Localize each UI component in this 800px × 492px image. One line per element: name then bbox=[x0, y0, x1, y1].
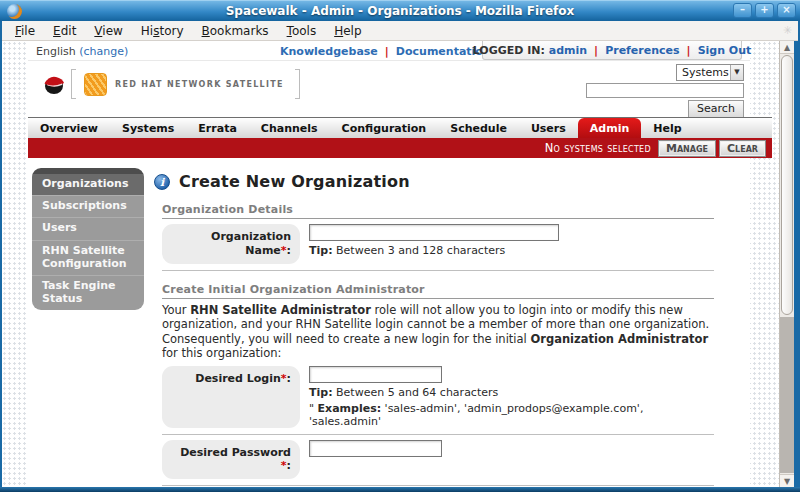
desired-login-label: Desired Login*: bbox=[162, 366, 300, 428]
nav-tabs: Overview Systems Errata Channels Configu… bbox=[28, 117, 772, 138]
menu-help[interactable]: Help bbox=[325, 23, 370, 39]
desired-login-input[interactable] bbox=[309, 366, 442, 383]
minimize-button[interactable]: – bbox=[733, 3, 752, 18]
tab-systems[interactable]: Systems bbox=[110, 118, 186, 138]
section-create-admin: Create Initial Organization Administrato… bbox=[162, 283, 714, 299]
org-name-input[interactable] bbox=[309, 224, 559, 241]
title-bar: Spacewalk - Admin - Organizations - Mozi… bbox=[0, 0, 800, 21]
sidebar-item-organizations[interactable]: Organizations bbox=[32, 174, 144, 195]
window-title: Spacewalk - Admin - Organizations - Mozi… bbox=[0, 4, 800, 18]
tab-channels[interactable]: Channels bbox=[249, 118, 330, 138]
org-name-field: Tip: Between 3 and 128 characters bbox=[309, 224, 714, 264]
locale-change-link[interactable]: (change) bbox=[79, 45, 128, 58]
preferences-link[interactable]: Preferences bbox=[605, 44, 679, 57]
scroll-up-icon[interactable]: ▲ bbox=[780, 41, 794, 54]
username-link[interactable]: admin bbox=[549, 44, 587, 57]
admin-intro-text: Your RHN Satellite Administrator role wi… bbox=[162, 303, 714, 361]
help-links: Knowledgebase|Documentation bbox=[280, 45, 491, 58]
page-heading: i Create New Organization bbox=[154, 172, 714, 191]
search-button[interactable]: Search bbox=[688, 100, 744, 118]
org-name-label: Organization Name*: bbox=[162, 224, 300, 264]
chevron-down-icon: ▼ bbox=[730, 65, 743, 80]
logged-in-label: LOGGED IN: bbox=[473, 44, 549, 57]
menu-history[interactable]: History bbox=[132, 23, 193, 39]
tab-schedule[interactable]: Schedule bbox=[438, 118, 519, 138]
bracket-left bbox=[71, 69, 76, 99]
menu-file[interactable]: File bbox=[6, 23, 44, 39]
desired-password-label: Desired Password *: bbox=[162, 440, 300, 480]
sidebar-item-rhn-satellite-configuration[interactable]: RHN Satellite Configuration bbox=[32, 240, 144, 275]
desired-password-input[interactable] bbox=[309, 440, 442, 457]
window-controls: – + × bbox=[733, 3, 796, 18]
org-name-tip: Tip: Between 3 and 128 characters bbox=[309, 244, 714, 257]
vertical-scrollbar[interactable]: ▲ ▼ bbox=[779, 41, 794, 487]
browser-viewport: English (change) Knowledgebase|Documenta… bbox=[2, 41, 779, 487]
knowledgebase-link[interactable]: Knowledgebase bbox=[280, 45, 378, 58]
scrollbar-track[interactable] bbox=[780, 317, 794, 473]
main-panel: i Create New Organization Organization D… bbox=[152, 168, 714, 487]
desired-password-row: Desired Password *: bbox=[162, 440, 714, 487]
brand-name: RED HAT NETWORK SATELLITE bbox=[115, 80, 284, 89]
tab-errata[interactable]: Errata bbox=[186, 118, 248, 138]
scroll-down-icon[interactable]: ▼ bbox=[780, 474, 794, 487]
throbber-icon: ✳ bbox=[783, 24, 794, 37]
menu-tools[interactable]: Tools bbox=[278, 23, 326, 39]
scrollbar-thumb[interactable] bbox=[781, 55, 793, 315]
search-area: Systems ▼ Search bbox=[586, 64, 744, 118]
sidebar-item-users[interactable]: Users bbox=[32, 217, 144, 239]
section-organization-details: Organization Details bbox=[162, 203, 714, 219]
search-input[interactable] bbox=[586, 83, 744, 98]
desired-login-tip: Tip: Between 5 and 64 characters bbox=[309, 386, 714, 399]
logged-in-box: LOGGED IN: admin|Preferences|Sign Out bbox=[482, 41, 742, 60]
system-status-bar: No systems selected Manage Clear bbox=[28, 138, 772, 158]
satellite-icon bbox=[84, 73, 107, 96]
menu-view[interactable]: View bbox=[85, 23, 131, 39]
page-title: Create New Organization bbox=[179, 172, 410, 191]
manage-button[interactable]: Manage bbox=[659, 141, 715, 156]
close-button[interactable]: × bbox=[777, 3, 796, 18]
desired-login-field: Tip: Between 5 and 64 characters " Examp… bbox=[309, 366, 714, 428]
tab-help[interactable]: Help bbox=[641, 118, 693, 138]
locale-label: English (change) bbox=[36, 45, 128, 58]
sidebar: Organizations Subscriptions Users RHN Sa… bbox=[32, 168, 144, 310]
page-content: English (change) Knowledgebase|Documenta… bbox=[28, 41, 750, 487]
desired-login-examples: " Examples: 'sales-admin', 'admin_prodop… bbox=[309, 402, 714, 428]
utility-bar: English (change) Knowledgebase|Documenta… bbox=[28, 41, 750, 61]
menu-bar: File Edit View History Bookmarks Tools H… bbox=[2, 21, 798, 41]
bracket-right bbox=[295, 69, 300, 99]
maximize-button[interactable]: + bbox=[755, 3, 774, 18]
desired-password-field bbox=[309, 440, 714, 480]
rhn-logo: RED HAT NETWORK SATELLITE bbox=[42, 69, 300, 99]
info-icon: i bbox=[154, 174, 170, 190]
sidebar-item-subscriptions[interactable]: Subscriptions bbox=[32, 195, 144, 217]
sign-out-link[interactable]: Sign Out bbox=[698, 44, 752, 57]
search-scope-select[interactable]: Systems ▼ bbox=[676, 64, 744, 81]
window-bottom-border bbox=[0, 487, 800, 492]
brand-row: RED HAT NETWORK SATELLITE Systems ▼ Sear… bbox=[28, 61, 750, 117]
desired-login-row: Desired Login*: Tip: Between 5 and 64 ch… bbox=[162, 366, 714, 435]
tab-users[interactable]: Users bbox=[519, 118, 578, 138]
menu-bookmarks[interactable]: Bookmarks bbox=[193, 23, 278, 39]
redhat-shadowman-icon bbox=[42, 73, 66, 95]
clear-button[interactable]: Clear bbox=[720, 141, 765, 156]
sidebar-item-task-engine-status[interactable]: Task Engine Status bbox=[32, 275, 144, 310]
org-name-row: Organization Name*: Tip: Between 3 and 1… bbox=[162, 224, 714, 271]
tab-overview[interactable]: Overview bbox=[28, 118, 110, 138]
menu-edit[interactable]: Edit bbox=[44, 23, 85, 39]
systems-selected-status: No systems selected bbox=[545, 141, 651, 155]
tab-configuration[interactable]: Configuration bbox=[330, 118, 439, 138]
tab-admin[interactable]: Admin bbox=[578, 118, 641, 138]
